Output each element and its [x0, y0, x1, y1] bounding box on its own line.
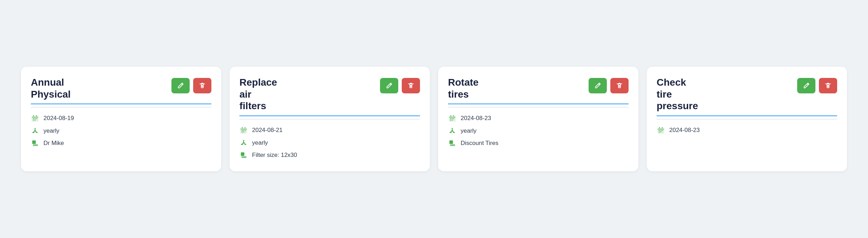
- svg-rect-16: [242, 132, 243, 132]
- card-title: Checktirepressure: [657, 77, 797, 112]
- svg-rect-12: [245, 127, 245, 128]
- svg-rect-14: [243, 130, 244, 131]
- card-divider: [31, 107, 211, 107]
- date-row: 2024-08-19: [31, 114, 211, 122]
- date-value: 2024-08-23: [669, 127, 700, 134]
- card-header: Replaceairfilters: [239, 77, 420, 112]
- edit-button[interactable]: [171, 78, 190, 93]
- card-actions: [589, 78, 629, 93]
- svg-rect-25: [453, 118, 454, 119]
- tag-icon: [31, 140, 39, 147]
- edit-button[interactable]: [797, 78, 815, 93]
- delete-button[interactable]: [819, 78, 837, 93]
- extra-row: Filter size: 12x30: [239, 152, 420, 159]
- delete-button[interactable]: [193, 78, 211, 93]
- extra-value: Filter size: 12x30: [252, 152, 297, 159]
- date-row: 2024-08-23: [657, 126, 837, 134]
- svg-rect-24: [452, 118, 453, 119]
- extra-row: Discount Tires: [448, 140, 629, 147]
- svg-rect-2: [36, 115, 37, 117]
- svg-rect-19: [242, 156, 246, 158]
- card-actions: [380, 78, 420, 93]
- delete-button[interactable]: [610, 78, 629, 93]
- svg-rect-29: [450, 144, 455, 146]
- svg-rect-8: [32, 140, 36, 144]
- svg-rect-31: [659, 127, 660, 128]
- card-divider: [448, 107, 629, 107]
- card-title: AnnualPhysical: [31, 77, 171, 100]
- calendar-icon: [239, 126, 248, 134]
- title-underline: [448, 104, 629, 104]
- svg-rect-34: [660, 130, 662, 131]
- svg-rect-33: [659, 130, 660, 131]
- card-actions: [171, 78, 211, 93]
- recycle-icon: [239, 139, 248, 147]
- title-underline: [239, 115, 420, 116]
- edit-button[interactable]: [589, 78, 607, 93]
- recurrence-value: yearly: [461, 127, 476, 134]
- title-underline: [657, 115, 837, 116]
- card-info: 2024-08-23 yearly Discount Tires: [448, 114, 629, 147]
- svg-rect-5: [36, 118, 37, 119]
- extra-row: Dr Mike: [31, 140, 211, 147]
- recurrence-value: yearly: [252, 139, 268, 146]
- card-check-tire-pressure: Checktirepressure: [647, 67, 847, 171]
- calendar-icon: [657, 126, 665, 134]
- card-title: Rotatetires: [448, 77, 589, 100]
- cards-container: AnnualPhysical: [7, 56, 861, 182]
- date-value: 2024-08-23: [461, 115, 491, 122]
- extra-value: Dr Mike: [43, 140, 64, 147]
- svg-rect-6: [33, 120, 34, 120]
- delete-button[interactable]: [402, 78, 420, 93]
- svg-rect-7: [35, 120, 36, 120]
- recycle-icon: [31, 127, 39, 135]
- card-header: Checktirepressure: [657, 77, 837, 112]
- svg-rect-23: [450, 118, 451, 119]
- svg-rect-18: [241, 152, 244, 156]
- card-actions: [797, 78, 837, 93]
- svg-rect-26: [450, 120, 451, 120]
- recurrence-row: yearly: [448, 127, 629, 135]
- card-header: Rotatetires: [448, 77, 629, 100]
- date-row: 2024-08-23: [448, 114, 629, 122]
- card-divider: [239, 119, 420, 119]
- svg-rect-11: [242, 127, 243, 128]
- svg-rect-9: [33, 144, 38, 146]
- date-value: 2024-08-21: [252, 127, 283, 134]
- card-annual-physical: AnnualPhysical: [21, 67, 221, 171]
- svg-rect-37: [660, 132, 662, 132]
- svg-rect-4: [35, 118, 36, 119]
- svg-rect-32: [662, 127, 663, 128]
- card-divider: [657, 119, 837, 119]
- title-underline: [31, 104, 211, 104]
- recurrence-row: yearly: [239, 139, 420, 147]
- svg-rect-35: [662, 130, 663, 131]
- card-info: 2024-08-23: [657, 126, 837, 134]
- calendar-icon: [31, 114, 39, 122]
- tag-icon: [239, 152, 248, 159]
- card-header: AnnualPhysical: [31, 77, 211, 100]
- svg-rect-15: [245, 130, 246, 131]
- card-replace-air-filters: Replaceairfilters: [230, 67, 430, 171]
- recurrence-value: yearly: [43, 127, 59, 134]
- edit-button[interactable]: [380, 78, 398, 93]
- tag-icon: [448, 140, 456, 147]
- svg-rect-27: [452, 120, 453, 120]
- card-info: 2024-08-19 yearly Dr Mike: [31, 114, 211, 147]
- recycle-icon: [448, 127, 456, 135]
- date-value: 2024-08-19: [43, 115, 74, 122]
- card-rotate-tires: Rotatetires: [438, 67, 638, 171]
- extra-value: Discount Tires: [461, 140, 499, 147]
- svg-rect-22: [453, 115, 454, 117]
- card-info: 2024-08-21 yearly Filter size: 12x30: [239, 126, 420, 159]
- svg-rect-28: [449, 140, 453, 144]
- svg-rect-17: [243, 132, 244, 132]
- svg-rect-3: [33, 118, 34, 119]
- svg-rect-36: [659, 132, 660, 132]
- svg-rect-13: [242, 130, 243, 131]
- card-title: Replaceairfilters: [239, 77, 380, 112]
- svg-rect-1: [33, 115, 34, 117]
- calendar-icon: [448, 114, 456, 122]
- date-row: 2024-08-21: [239, 126, 420, 134]
- svg-rect-21: [450, 115, 451, 117]
